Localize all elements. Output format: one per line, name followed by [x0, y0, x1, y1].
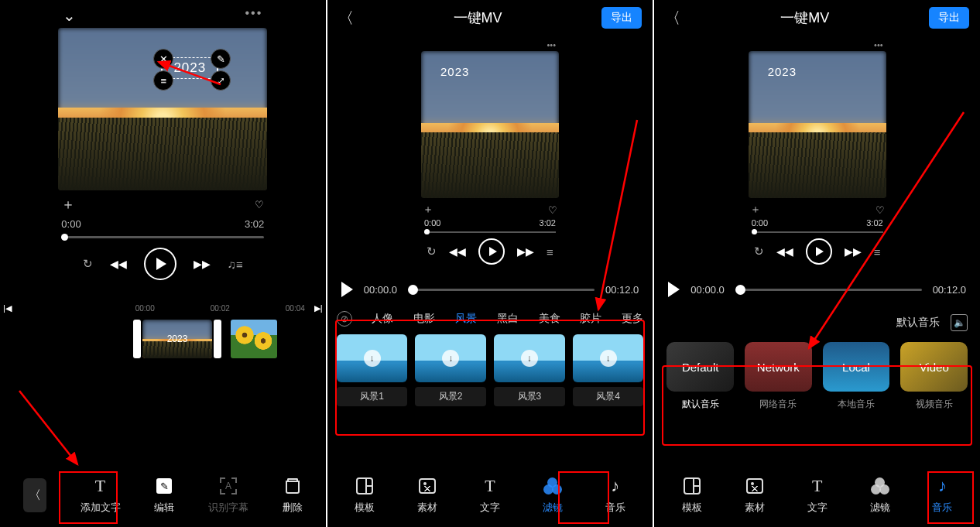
tool-material[interactable]: 素材	[417, 476, 437, 515]
download-icon: ↓	[442, 350, 459, 367]
download-icon: ↓	[600, 350, 617, 367]
add-clip-icon[interactable]: ＋	[61, 195, 75, 214]
filter-cat[interactable]: 风景	[455, 312, 477, 326]
volume-icon[interactable]: 🔈	[951, 314, 968, 331]
video-preview: ⌄ ••• 2023 ✕ ✎ ≡ ⤢ ＋ ♡ 0:00 3:02	[58, 3, 267, 288]
tool-filter[interactable]: 滤镜	[870, 476, 890, 515]
play-icon[interactable]	[668, 282, 680, 297]
filter-none-icon[interactable]: ⊘	[337, 311, 352, 327]
filter-cat[interactable]: 电影	[413, 312, 435, 326]
forward-icon[interactable]: ▶▶	[194, 258, 211, 270]
timeline-track[interactable]	[408, 289, 595, 291]
time-end: 3:02	[245, 218, 264, 230]
timeline-start: 00:00.0	[690, 284, 724, 296]
text-edit-icon[interactable]: ✎	[211, 49, 231, 69]
video-preview: ••• 2023 ＋ ♡ 0:00 3:02 ↻ ◀◀ ▶▶ ≡	[416, 36, 564, 272]
forward-icon[interactable]: ▶▶	[517, 245, 534, 258]
tool-add-text[interactable]: T 添加文字	[81, 476, 121, 515]
back-icon[interactable]: 〈	[338, 8, 354, 29]
more-icon[interactable]: •••	[749, 40, 886, 51]
filter-item[interactable]: ↓风景3	[494, 334, 565, 406]
filter-cat[interactable]: 美食	[539, 312, 560, 326]
loop-icon[interactable]: ↻	[83, 257, 93, 271]
preview-collapse-icon[interactable]: ⌄	[63, 6, 76, 25]
back-icon[interactable]: 〈	[665, 8, 680, 29]
text-overlay-editor[interactable]: 2023 ✕ ✎ ≡ ⤢	[147, 46, 232, 91]
preview-canvas[interactable]: 2023	[421, 51, 559, 198]
tool-label: 素材	[745, 501, 765, 515]
clip-thumbnail-next[interactable]	[231, 320, 277, 358]
tick: 00:04	[286, 304, 305, 313]
filter-item[interactable]: ↓风景1	[337, 334, 408, 406]
export-button[interactable]: 导出	[929, 7, 969, 29]
music-icon: ♪	[611, 476, 619, 496]
tool-music[interactable]: ♪音乐	[605, 476, 625, 515]
filter-cat[interactable]: 胶片	[580, 312, 601, 326]
filter-item[interactable]: ↓风景4	[573, 334, 644, 406]
timeline-track[interactable]	[735, 289, 922, 291]
rewind-icon[interactable]: ◀◀	[449, 245, 466, 258]
tool-text[interactable]: T文字	[480, 476, 500, 515]
music-item-video[interactable]: Video视频音乐	[900, 342, 968, 411]
clip-timeline: |◀ 00:00 00:02 00:04 ▶|	[0, 303, 326, 313]
tool-delete[interactable]: 删除	[283, 476, 303, 515]
playlist-icon[interactable]: ≡	[874, 245, 881, 258]
music-item-local[interactable]: Local本地音乐	[823, 342, 890, 411]
music-item-default[interactable]: Default默认音乐	[666, 342, 734, 411]
loop-icon[interactable]: ↻	[754, 245, 764, 258]
tool-template[interactable]: 模板	[355, 476, 375, 515]
play-button[interactable]	[478, 238, 505, 265]
tool-template[interactable]: 模板	[682, 476, 702, 515]
favorite-icon[interactable]: ♡	[548, 204, 557, 216]
clip-handle-left[interactable]	[133, 320, 141, 358]
export-button[interactable]: 导出	[601, 7, 642, 29]
rewind-icon[interactable]: ◀◀	[110, 258, 127, 270]
music-label: 视频音乐	[916, 398, 953, 411]
play-button[interactable]	[144, 248, 176, 280]
more-icon[interactable]: •••	[245, 6, 263, 25]
tool-material[interactable]: 素材	[745, 476, 765, 515]
add-clip-icon[interactable]: ＋	[423, 203, 433, 217]
svg-line-1	[19, 391, 77, 464]
play-icon[interactable]	[341, 282, 353, 297]
filter-cat[interactable]: 人像	[372, 312, 393, 326]
preview-canvas[interactable]: 2023	[749, 51, 886, 198]
preview-progress[interactable]	[752, 231, 883, 233]
playlist-icon[interactable]: ♫≡	[228, 258, 243, 271]
filter-cat[interactable]: 黑白	[497, 312, 519, 326]
next-frame-icon[interactable]: ▶|	[314, 303, 323, 313]
thumbnail-strip[interactable]: 2023	[132, 320, 326, 358]
text-align-icon[interactable]: ≡	[153, 70, 173, 91]
favorite-icon[interactable]: ♡	[875, 204, 885, 216]
preview-progress[interactable]	[424, 231, 556, 233]
tool-filter[interactable]: 滤镜	[543, 476, 563, 515]
tool-label: 滤镜	[870, 501, 890, 515]
play-button[interactable]	[806, 238, 832, 265]
tool-recognize-subs[interactable]: 识别字幕	[208, 476, 248, 515]
tool-edit[interactable]: ✎ 编辑	[154, 476, 174, 515]
rewind-icon[interactable]: ◀◀	[776, 245, 793, 258]
tool-label: 编辑	[154, 501, 174, 515]
clip-thumbnail[interactable]: 2023	[142, 320, 212, 358]
tool-music[interactable]: ♪音乐	[932, 476, 952, 515]
prev-frame-icon[interactable]: |◀	[3, 303, 12, 313]
favorite-icon[interactable]: ♡	[255, 199, 264, 210]
filter-cat[interactable]: 更多	[622, 312, 643, 326]
download-icon: ↓	[364, 350, 381, 367]
more-icon[interactable]: •••	[421, 40, 559, 51]
preview-progress[interactable]	[61, 236, 264, 238]
filter-label: 风景2	[415, 387, 486, 406]
music-item-network[interactable]: Network网络音乐	[745, 342, 812, 411]
back-button[interactable]: 〈	[23, 478, 46, 512]
clip-handle-right[interactable]	[214, 320, 221, 358]
forward-icon[interactable]: ▶▶	[845, 245, 862, 258]
tick: 00:00	[135, 304, 155, 313]
filter-item[interactable]: ↓风景2	[415, 334, 486, 406]
add-clip-icon[interactable]: ＋	[750, 203, 761, 217]
text-resize-icon[interactable]: ⤢	[211, 70, 231, 91]
music-label: 网络音乐	[759, 398, 797, 411]
playlist-icon[interactable]: ≡	[547, 245, 553, 258]
loop-icon[interactable]: ↻	[427, 245, 437, 258]
tool-label: 添加文字	[81, 501, 121, 515]
tool-text[interactable]: T文字	[807, 476, 828, 515]
